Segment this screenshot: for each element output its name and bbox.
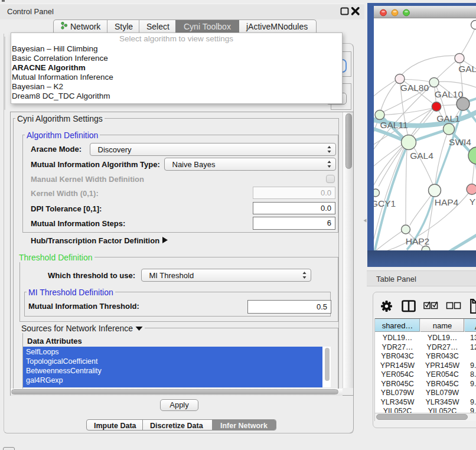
svg-text:HAP4: HAP4 [435, 197, 459, 207]
svg-text:GAL10: GAL10 [435, 89, 464, 99]
svg-text:GAL7: GAL7 [458, 64, 476, 74]
svg-text:GAL4: GAL4 [410, 151, 433, 161]
svg-text:GAL11: GAL11 [380, 120, 407, 130]
svg-text:HAP2: HAP2 [406, 236, 430, 246]
svg-text:GAL1: GAL1 [436, 113, 460, 123]
svg-text:GAL80: GAL80 [400, 82, 429, 92]
svg-text:YP: YP [470, 197, 476, 207]
svg-text:GCY1: GCY1 [374, 198, 396, 208]
svg-text:SWI4: SWI4 [449, 137, 471, 147]
